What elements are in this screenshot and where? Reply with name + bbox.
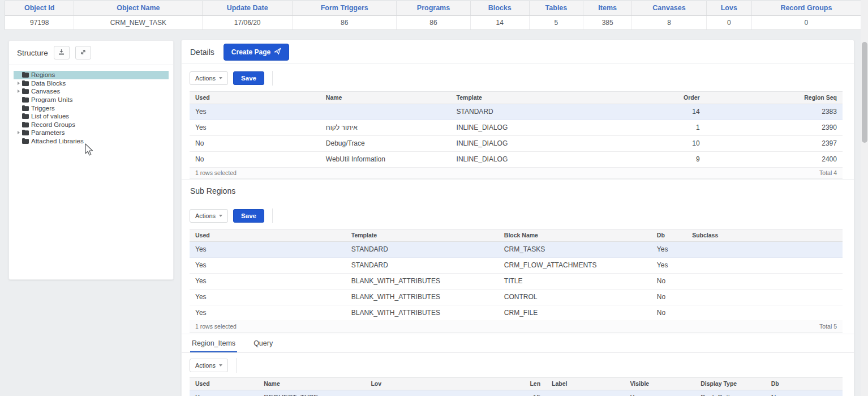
column-header[interactable]: Db (651, 229, 686, 241)
table-cell: Yes (651, 258, 686, 273)
actions-button[interactable]: Actions (190, 209, 228, 223)
table-cell: 86 (397, 16, 470, 29)
column-header: Programs (397, 1, 470, 15)
tree-item-label: Canvases (31, 88, 60, 95)
column-header: Tables (530, 1, 583, 15)
column-header: Lovs (707, 1, 752, 15)
table-cell: Yes (190, 305, 346, 321)
column-header[interactable]: Used (190, 92, 320, 104)
table-cell: Yes (190, 274, 346, 289)
table-row[interactable]: Yesאיתור לקוחINLINE_DIALOG12390 (190, 120, 843, 136)
column-header[interactable]: Order (598, 92, 705, 104)
create-page-button[interactable]: Create Page (224, 44, 289, 61)
collapse-all-icon (58, 49, 65, 57)
column-header[interactable]: Template (451, 92, 598, 104)
table-cell (686, 242, 843, 257)
caret-right-icon[interactable] (18, 90, 20, 93)
actions-button[interactable]: Actions (190, 359, 228, 372)
column-header[interactable]: Used (190, 229, 346, 241)
column-header[interactable]: Used (190, 378, 258, 390)
rows-selected-label: 1 rows selected (195, 168, 237, 178)
actions-label: Actions (195, 75, 216, 82)
sub-regions-table: UsedTemplateBlock NameDbSubclassYesSTAND… (190, 229, 843, 333)
table-cell: STANDARD (346, 258, 499, 273)
caret-slot (15, 123, 22, 126)
table-row[interactable]: YesSTANDARD142383 (190, 104, 843, 120)
table-row[interactable]: YesBLANK_WITH_ATTRIBUTESCONTROLNo (190, 289, 843, 305)
vertical-scrollbar[interactable] (861, 0, 868, 396)
column-header[interactable]: Db (766, 378, 843, 390)
regions-grid-section: Actions Save UsedNameTemplateOrderRegion… (182, 71, 854, 179)
column-header: Items (583, 1, 632, 15)
tree-item-triggers[interactable]: Triggers (14, 104, 169, 112)
table-cell: Push Button (695, 390, 766, 396)
table-cell: 5 (530, 16, 583, 29)
tab-query[interactable]: Query (252, 334, 274, 352)
tree-item-list-of-values[interactable]: List of values (14, 112, 169, 121)
tree-item-label: Attached Libraries (31, 138, 84, 144)
sub-regions-section: Actions Save UsedTemplateBlock NameDbSub… (182, 208, 854, 333)
rows-selected-label: 1 rows selected (195, 321, 237, 332)
table-header-row: UsedTemplateBlock NameDbSubclass (190, 229, 843, 242)
expand-panel-button[interactable] (75, 46, 91, 59)
tree-item-regions[interactable]: Regions (14, 71, 169, 79)
table-cell: INLINE_DIALOG (451, 136, 598, 151)
table-row[interactable]: 97198CRM_NEW_TASK17/06/208686145385800 (5, 16, 861, 29)
column-header[interactable]: Template (346, 229, 499, 241)
column-header: Object Id (5, 1, 74, 15)
column-header: Record Groups (752, 1, 861, 15)
table-cell (686, 258, 843, 273)
tree-item-canvases[interactable]: Canvases (14, 87, 169, 96)
tree-item-attached-libraries[interactable]: Attached Libraries (14, 137, 169, 146)
expand-icon (80, 49, 87, 57)
column-header[interactable]: Len (478, 378, 546, 390)
table-cell: No (651, 274, 686, 289)
tree-item-parameters[interactable]: Parameters (14, 129, 169, 137)
column-header[interactable]: Name (320, 92, 451, 104)
column-header[interactable]: Lov (365, 378, 478, 390)
tab-region-items[interactable]: Region_Items (190, 334, 237, 352)
tree-item-data-blocks[interactable]: Data Blocks (14, 79, 169, 88)
table-row[interactable]: YesBLANK_WITH_ATTRIBUTESCRM_FILENo (190, 305, 843, 321)
details-header: Details Create Page (182, 40, 854, 64)
table-row[interactable]: NoDebug/TraceINLINE_DIALOG102397 (190, 136, 843, 152)
toolbar-divider (272, 71, 273, 86)
table-cell: No (651, 305, 686, 321)
table-cell: BLANK_WITH_ATTRIBUTES (346, 274, 499, 289)
table-cell: 9 (598, 152, 705, 167)
table-row[interactable]: YesREQUEST_TYPE15סוג פניה:YPush ButtonN (190, 390, 843, 396)
save-button[interactable]: Save (233, 71, 264, 85)
column-header: Canvases (632, 1, 707, 15)
table-cell: Yes (190, 242, 346, 257)
table-row[interactable]: YesSTANDARDCRM_TASKSYes (190, 242, 843, 258)
caret-right-icon[interactable] (18, 131, 20, 134)
column-header[interactable]: Visible (625, 378, 695, 390)
column-header[interactable]: Region Seq (706, 92, 843, 104)
table-cell: Yes (651, 242, 686, 257)
table-row[interactable]: YesBLANK_WITH_ATTRIBUTESTITLENo (190, 274, 843, 289)
column-header[interactable]: Block Name (499, 229, 651, 241)
table-cell: No (651, 289, 686, 305)
table-cell: STANDARD (451, 104, 598, 120)
table-cell: N (766, 390, 843, 396)
collapse-all-button[interactable] (54, 46, 70, 59)
column-header: Object Name (74, 1, 203, 15)
table-row[interactable]: YesSTANDARDCRM_FLOW_ATTACHMENTSYes (190, 258, 843, 274)
column-header[interactable]: Subclass (686, 229, 843, 241)
details-panel: Details Create Page Actions Save (181, 40, 854, 396)
tree-item-program-units[interactable]: Program Units (14, 96, 169, 104)
column-header[interactable]: Display Type (695, 378, 766, 390)
region-items-table: UsedNameLovLenLabelVisibleDisplay TypeDb… (190, 377, 843, 396)
actions-button[interactable]: Actions (190, 71, 228, 85)
chevron-down-icon (219, 215, 222, 217)
column-header[interactable]: Name (258, 378, 365, 390)
folder-icon (22, 88, 29, 94)
table-footer: 1 rows selectedTotal 5 (190, 321, 843, 333)
scrollbar-thumb[interactable] (862, 42, 867, 143)
column-header[interactable]: Label (546, 378, 624, 390)
table-row[interactable]: NoWebUtil InformationINLINE_DIALOG92400 (190, 152, 843, 168)
caret-right-icon[interactable] (18, 82, 20, 85)
tree-item-record-groups[interactable]: Record Groups (14, 121, 169, 129)
table-cell: 17/06/20 (203, 16, 293, 29)
save-button[interactable]: Save (233, 209, 264, 223)
